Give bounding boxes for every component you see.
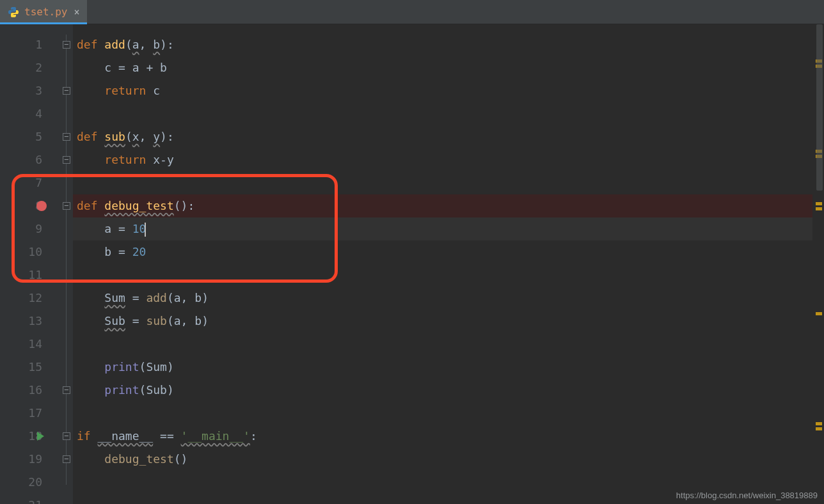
- watermark-text: https://blog.csdn.net/weixin_38819889: [676, 491, 818, 500]
- close-icon[interactable]: ×: [74, 6, 79, 18]
- line-number[interactable]: 16: [0, 379, 61, 402]
- scrollbar-thumb[interactable]: [816, 24, 823, 191]
- code-line: [73, 333, 812, 356]
- fold-toggle-icon[interactable]: [61, 194, 73, 217]
- line-number[interactable]: 15: [0, 356, 61, 379]
- line-number-gutter[interactable]: 1 2 3 4 5 6 7 8 9 10 11 12 13 14 15 16 1…: [0, 24, 61, 504]
- python-file-icon: [8, 6, 19, 18]
- line-number[interactable]: 17: [0, 402, 61, 425]
- code-line: [73, 264, 812, 287]
- code-editor[interactable]: 1 2 3 4 5 6 7 8 9 10 11 12 13 14 15 16 1…: [0, 24, 824, 504]
- code-line: print(Sub): [73, 379, 812, 402]
- code-line-current: a = 10: [73, 217, 812, 240]
- fold-toggle-icon[interactable]: [61, 33, 73, 56]
- line-number[interactable]: 1: [0, 33, 61, 56]
- text-caret: [145, 223, 146, 237]
- line-number[interactable]: 11: [0, 264, 61, 287]
- code-line: [73, 102, 812, 125]
- line-number[interactable]: 20: [0, 471, 61, 494]
- fold-toggle-icon[interactable]: [61, 79, 73, 102]
- fold-toggle-icon[interactable]: [61, 448, 73, 471]
- line-number[interactable]: 14: [0, 333, 61, 356]
- code-line: debug_test(): [73, 448, 812, 471]
- code-line: Sum = add(a, b): [73, 287, 812, 310]
- line-number[interactable]: 19: [0, 448, 61, 471]
- code-line: b = 20: [73, 240, 812, 264]
- code-line: return x-y: [73, 148, 812, 171]
- fold-column: [61, 24, 73, 504]
- run-gutter-icon[interactable]: 18: [0, 425, 61, 448]
- vertical-scrollbar[interactable]: [815, 24, 824, 504]
- code-line: [73, 171, 812, 194]
- fold-toggle-icon[interactable]: [61, 425, 73, 448]
- code-line-breakpoint: def debug_test():: [73, 194, 812, 217]
- tab-filename: tset.py: [24, 6, 67, 18]
- fold-toggle-icon[interactable]: [61, 125, 73, 148]
- line-number[interactable]: 6: [0, 148, 61, 171]
- code-line: print(Sum): [73, 356, 812, 379]
- line-number[interactable]: 12: [0, 287, 61, 310]
- code-line: return c: [73, 79, 812, 102]
- code-line: Sub = sub(a, b): [73, 310, 812, 333]
- line-number[interactable]: 21: [0, 494, 61, 504]
- code-line: c = a + b: [73, 56, 812, 79]
- code-line: def add(a, b):: [73, 33, 812, 56]
- line-number[interactable]: 4: [0, 102, 61, 125]
- line-number[interactable]: 13: [0, 310, 61, 333]
- breakpoint-icon[interactable]: 8: [0, 194, 61, 217]
- line-number[interactable]: 5: [0, 125, 61, 148]
- fold-toggle-icon[interactable]: [61, 379, 73, 402]
- tab-file[interactable]: tset.py ×: [0, 0, 87, 24]
- line-number[interactable]: 2: [0, 56, 61, 79]
- line-number[interactable]: 9: [0, 217, 61, 240]
- tab-bar: tset.py ×: [0, 0, 824, 24]
- code-line: def sub(x, y):: [73, 125, 812, 148]
- fold-toggle-icon[interactable]: [61, 148, 73, 171]
- line-number[interactable]: 3: [0, 79, 61, 102]
- code-line: [73, 402, 812, 425]
- line-number[interactable]: 7: [0, 171, 61, 194]
- line-number[interactable]: 10: [0, 240, 61, 264]
- code-area[interactable]: def add(a, b): c = a + b return c def su…: [73, 24, 812, 504]
- code-line: if __name__ == '__main__':: [73, 425, 812, 448]
